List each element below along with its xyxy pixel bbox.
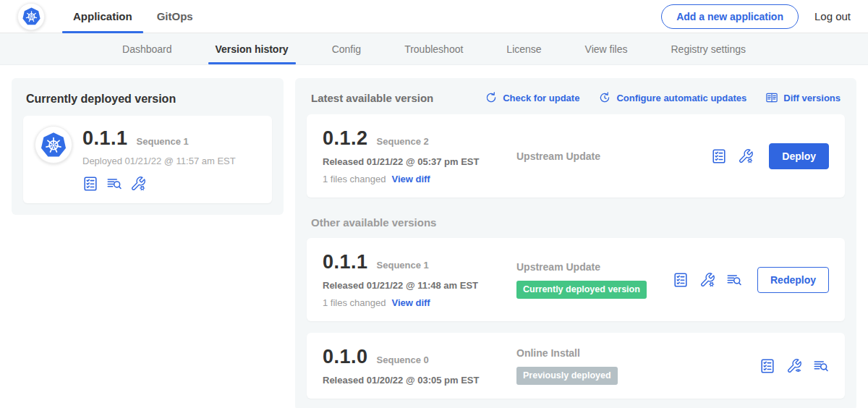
deployed-version-number: 0.1.1 — [82, 127, 128, 150]
version-actions: Check for update Configure automatic upd… — [485, 91, 841, 104]
subnav-version-history[interactable]: Version history — [194, 33, 310, 64]
latest-version-header: Latest available version Check for updat… — [311, 91, 841, 104]
preflight-checks-icon[interactable] — [813, 358, 829, 374]
view-diff-link[interactable]: View diff — [391, 174, 430, 184]
subnav-view-files[interactable]: View files — [563, 33, 650, 64]
subnav-troubleshoot[interactable]: Troubleshoot — [383, 33, 485, 64]
tab-application-label: Application — [73, 10, 132, 22]
version-card-actions — [760, 358, 829, 374]
released-timestamp: Released 01/21/22 @ 05:37 pm EST — [323, 156, 503, 167]
view-diff-link[interactable]: View diff — [391, 297, 430, 308]
edit-config-icon[interactable] — [699, 272, 715, 288]
previously-deployed-badge: Previously deployed — [516, 367, 618, 385]
release-notes-icon[interactable] — [760, 358, 775, 374]
diff-versions-link[interactable]: Diff versions — [765, 91, 841, 104]
diff-versions-label: Diff versions — [783, 93, 841, 103]
version-info: 0.1.2 Sequence 2 Released 01/21/22 @ 05:… — [323, 127, 503, 184]
auto-update-clock-icon — [598, 91, 611, 104]
check-for-update-link[interactable]: Check for update — [485, 91, 579, 104]
preflight-checks-icon[interactable] — [106, 176, 122, 192]
version-info: 0.1.1 Sequence 1 Released 01/21/22 @ 11:… — [323, 251, 503, 308]
release-notes-icon[interactable] — [673, 272, 689, 288]
header-tabs: Application GitOps — [61, 0, 205, 33]
version-card-deployed: 0.1.1 Sequence 1 Released 01/21/22 @ 11:… — [307, 238, 845, 321]
version-info: 0.1.0 Sequence 0 Released 01/20/22 @ 03:… — [323, 346, 503, 386]
subnav-license[interactable]: License — [485, 33, 563, 64]
redeploy-button[interactable]: Redeploy — [757, 267, 829, 293]
deployed-timestamp: Deployed 01/21/22 @ 11:57 am EST — [82, 156, 236, 166]
latest-version-title: Latest available version — [311, 92, 433, 104]
deployed-panel-title: Currently deployed version — [26, 93, 269, 106]
kubernetes-logo-icon — [22, 7, 41, 26]
deployed-sequence-label: Sequence 1 — [137, 136, 189, 147]
source-label: Upstream Update — [516, 261, 673, 273]
configure-updates-label: Configure automatic updates — [616, 93, 746, 103]
edit-config-icon[interactable] — [130, 176, 146, 192]
top-nav: Application GitOps Add a new application… — [0, 0, 868, 33]
subnav-dashboard[interactable]: Dashboard — [101, 33, 194, 64]
tab-gitops-label: GitOps — [157, 10, 193, 22]
tab-gitops[interactable]: GitOps — [145, 0, 205, 33]
version-card-latest: 0.1.2 Sequence 2 Released 01/21/22 @ 05:… — [307, 114, 845, 197]
deploy-button[interactable]: Deploy — [769, 143, 829, 169]
other-versions-title: Other available versions — [311, 216, 841, 229]
deployed-version-details: 0.1.1 Sequence 1 Deployed 01/21/22 @ 11:… — [82, 126, 236, 192]
version-card-actions: Redeploy — [673, 267, 829, 293]
version-number: 0.1.2 — [323, 127, 368, 150]
version-source: Upstream Update Currently deployed versi… — [503, 261, 673, 299]
add-application-button[interactable]: Add a new application — [661, 4, 799, 29]
kots-admin-console: Application GitOps Add a new application… — [0, 0, 868, 408]
app-subnav: Dashboard Version history Config Trouble… — [0, 33, 868, 65]
version-history-panel: Latest available version Check for updat… — [295, 78, 856, 408]
subnav-registry-settings[interactable]: Registry settings — [650, 33, 767, 64]
logout-link[interactable]: Log out — [814, 10, 851, 22]
view-config-icon[interactable] — [786, 358, 802, 374]
refresh-icon — [485, 91, 498, 104]
version-number: 0.1.1 — [323, 251, 368, 273]
released-timestamp: Released 01/20/22 @ 03:05 pm EST — [323, 375, 503, 386]
tab-application[interactable]: Application — [61, 0, 145, 33]
release-notes-icon[interactable] — [82, 176, 98, 192]
diff-versions-icon — [765, 91, 778, 104]
version-source: Online Install Previously deployed — [503, 347, 760, 385]
kubernetes-app-icon — [40, 131, 67, 158]
source-label: Upstream Update — [516, 150, 711, 162]
check-for-update-label: Check for update — [503, 93, 579, 103]
release-notes-icon[interactable] — [711, 148, 727, 164]
released-timestamp: Released 01/21/22 @ 11:48 am EST — [323, 280, 503, 291]
main-content: Currently deployed version 0.1.1 Sequenc… — [0, 65, 868, 408]
sequence-label: Sequence 0 — [377, 354, 429, 365]
files-changed-label: 1 files changed — [323, 297, 386, 308]
currently-deployed-panel: Currently deployed version 0.1.1 Sequenc… — [12, 78, 284, 215]
configure-updates-link[interactable]: Configure automatic updates — [598, 91, 746, 104]
header-right: Add a new application Log out — [661, 4, 851, 29]
deployed-actions — [82, 176, 236, 192]
version-source: Upstream Update — [503, 150, 711, 162]
kubernetes-logo — [17, 3, 45, 30]
preflight-checks-icon[interactable] — [726, 272, 742, 288]
app-logo — [35, 126, 72, 163]
files-changed-label: 1 files changed — [323, 174, 386, 184]
currently-deployed-badge: Currently deployed version — [516, 281, 647, 299]
version-card-previous: 0.1.0 Sequence 0 Released 01/20/22 @ 03:… — [307, 333, 845, 399]
edit-config-icon[interactable] — [738, 148, 754, 164]
sequence-label: Sequence 1 — [377, 260, 429, 271]
version-card-actions: Deploy — [711, 143, 829, 169]
source-label: Online Install — [516, 347, 760, 359]
version-number: 0.1.0 — [323, 346, 368, 368]
subnav-config[interactable]: Config — [310, 33, 383, 64]
deployed-version-card: 0.1.1 Sequence 1 Deployed 01/21/22 @ 11:… — [23, 116, 272, 203]
sequence-label: Sequence 2 — [377, 136, 429, 147]
